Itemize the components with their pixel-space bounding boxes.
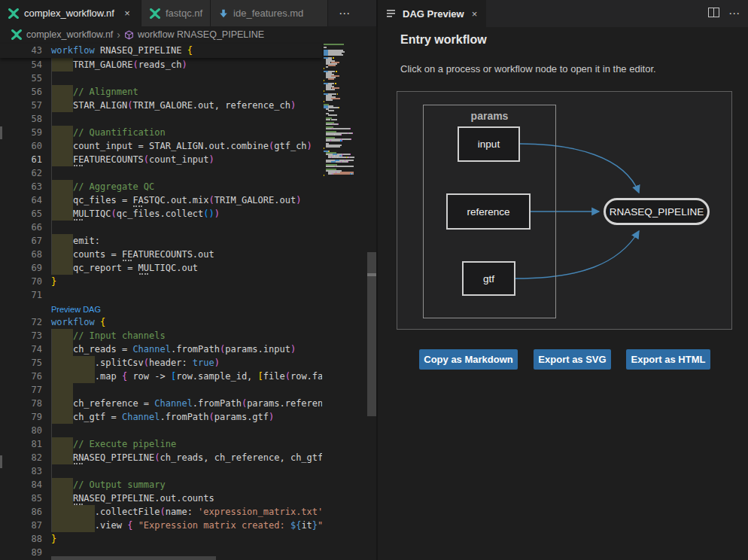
code-line[interactable]: 59 // Quantification xyxy=(0,126,322,139)
code-line[interactable]: 69 qc_report = MULTIQC.out xyxy=(0,261,322,275)
code-line[interactable]: 88} xyxy=(0,532,322,546)
code-line[interactable]: 73 // Input channels xyxy=(0,329,322,342)
code-line[interactable]: 75 .splitCsv(header: true) xyxy=(0,356,322,370)
code-line[interactable]: 71 xyxy=(0,288,322,302)
code-line[interactable]: 55 xyxy=(0,72,322,85)
dag-node-gtf[interactable]: gtf xyxy=(462,261,515,296)
export-as-svg-button[interactable]: Export as SVG xyxy=(534,349,611,370)
code-line[interactable]: 83 xyxy=(0,464,322,478)
code-text: TRIM_GALORE(reads_ch) xyxy=(51,58,187,72)
code-line[interactable]: 43workflow RNASEQ_PIPELINE { xyxy=(0,44,193,57)
code-token: ( xyxy=(209,195,214,205)
code-token: ) xyxy=(214,208,220,219)
code-lines[interactable]: 54 TRIM_GALORE(reads_ch)5556 // Alignmen… xyxy=(0,58,322,559)
code-token-hinted: MULTIQC xyxy=(138,261,177,275)
dag-node-reference[interactable]: reference xyxy=(446,193,531,230)
code-line[interactable]: 72workflow { xyxy=(0,315,322,329)
code-line[interactable]: 86 .collectFile(name: 'expression_matrix… xyxy=(0,505,322,519)
code-text: workflow RNASEQ_PIPELINE { xyxy=(51,44,193,57)
code-line[interactable]: 79 ch_gtf = Channel.fromPath(params.gtf) xyxy=(0,410,322,424)
line-number: 69 xyxy=(0,261,42,275)
code-text: qc_files = FASTQC.out.mix(TRIM_GALORE.ou… xyxy=(51,193,301,207)
codelens-preview-dag[interactable]: Preview DAG xyxy=(51,303,101,316)
minimap[interactable] xyxy=(324,44,366,224)
code-token: "Expression matrix created: xyxy=(138,520,290,531)
code-line[interactable]: 80 xyxy=(0,424,322,437)
code-token: " xyxy=(318,520,322,531)
line-number: 80 xyxy=(0,424,42,437)
sticky-scroll-line[interactable]: 43workflow RNASEQ_PIPELINE { xyxy=(0,44,322,58)
code-line[interactable]: Preview DAG xyxy=(0,302,322,315)
code-line[interactable]: 76 .map { row -> [row.sample_id, [file(r… xyxy=(0,370,322,383)
code-line[interactable]: 63 // Aggregate QC xyxy=(0,180,322,193)
code-line[interactable]: 66 xyxy=(0,221,322,234)
code-line[interactable]: 61 FEATURECOUNTS(count_input) xyxy=(0,153,322,166)
code-token: .fromPath xyxy=(160,412,209,422)
app-window: complex_workflow.nf×fastqc.nfide_feature… xyxy=(0,0,748,560)
code-line[interactable]: 67 emit: xyxy=(0,234,322,248)
code-line[interactable]: 54 TRIM_GALORE(reads_ch) xyxy=(0,58,322,72)
dag-node-rnaseq_pipeline[interactable]: RNASEQ_PIPELINE xyxy=(604,198,710,225)
indent-guide xyxy=(51,72,52,85)
line-number: 43 xyxy=(0,44,42,57)
dag-node-input[interactable]: input xyxy=(458,126,520,162)
breadcrumb-symbol[interactable]: workflow RNASEQ_PIPELINE xyxy=(138,29,264,40)
code-token: .fromPath xyxy=(171,344,220,355)
breadcrumb-file[interactable]: complex_workflow.nf xyxy=(26,29,113,40)
code-line[interactable]: 70} xyxy=(0,275,322,288)
code-line[interactable]: 64 qc_files = FASTQC.out.mix(TRIM_GALORE… xyxy=(0,193,322,207)
code-token: // Execute pipeline xyxy=(73,439,176,449)
code-editor[interactable]: 43workflow RNASEQ_PIPELINE { 54 TRIM_GAL… xyxy=(0,43,376,560)
code-line[interactable]: 58 xyxy=(0,112,322,126)
code-line[interactable]: 84 // Output summary xyxy=(0,478,322,492)
vertical-scrollbar[interactable] xyxy=(367,252,376,416)
close-icon[interactable]: × xyxy=(472,8,478,20)
code-line[interactable]: 68 counts = FEATURECOUNTS.out xyxy=(0,248,322,261)
tab-fastqc-nf[interactable]: fastqc.nf xyxy=(141,0,211,26)
code-token: 'expression_matrix.txt' xyxy=(198,507,322,517)
horizontal-scrollbar[interactable] xyxy=(51,556,216,560)
code-token: { xyxy=(187,45,193,56)
code-text: // Output summary xyxy=(51,478,166,492)
code-token xyxy=(132,520,138,531)
code-token: workflow xyxy=(51,45,95,56)
code-text: .view { "Expression matrix created: ${it… xyxy=(51,519,322,532)
code-line[interactable]: 74 ch_reads = Channel.fromPath(params.in… xyxy=(0,342,322,356)
code-token: qc_files = xyxy=(73,195,132,205)
code-token: name: xyxy=(166,507,198,517)
tab-complex_workflow-nf[interactable]: complex_workflow.nf× xyxy=(0,0,141,26)
line-number: 85 xyxy=(0,492,42,505)
tab-dag-preview[interactable]: DAG Preview × xyxy=(378,0,486,27)
code-line[interactable]: 85 RNASEQ_PIPELINE.out.counts xyxy=(0,492,322,505)
code-token: } xyxy=(51,276,56,287)
line-number: 76 xyxy=(0,370,42,383)
code-line[interactable]: 77 xyxy=(0,383,322,397)
line-number: 77 xyxy=(0,383,42,397)
code-line[interactable]: 87 .view { "Expression matrix created: $… xyxy=(0,519,322,532)
code-line[interactable]: 62 xyxy=(0,166,322,180)
code-line[interactable]: 65 MULTIQC(qc_files.collect()) xyxy=(0,207,322,221)
tab-ide_features-md[interactable]: ide_features.md xyxy=(211,0,328,26)
tab-overflow-icon[interactable]: ⋯ xyxy=(328,0,361,26)
params-cluster-label: params xyxy=(424,110,555,122)
code-text: } xyxy=(51,532,56,546)
code-token: count_input = STAR_ALIGN.out.combine xyxy=(73,141,269,151)
line-number: 55 xyxy=(0,72,42,85)
export-as-html-button[interactable]: Export as HTML xyxy=(626,349,710,370)
more-actions-icon[interactable]: ⋯ xyxy=(728,7,740,20)
code-text: // Execute pipeline xyxy=(51,437,176,451)
code-line[interactable]: 78 ch_reference = Channel.fromPath(param… xyxy=(0,397,322,410)
close-icon[interactable]: × xyxy=(121,8,133,19)
copy-as-markdown-button[interactable]: Copy as Markdown xyxy=(419,349,518,370)
line-number: 71 xyxy=(0,288,42,302)
split-editor-icon[interactable] xyxy=(708,7,719,20)
code-line[interactable]: 56 // Alignment xyxy=(0,85,322,99)
code-text: // Alignment xyxy=(51,85,138,99)
breadcrumb[interactable]: complex_workflow.nf › workflow RNASEQ_PI… xyxy=(0,26,376,43)
code-line[interactable]: 82 RNASEQ_PIPELINE(ch_reads, ch_referenc… xyxy=(0,451,322,464)
code-token: { xyxy=(100,317,105,327)
code-line[interactable]: 57 STAR_ALIGN(TRIM_GALORE.out, reference… xyxy=(0,99,322,112)
line-number: 66 xyxy=(0,221,42,234)
code-line[interactable]: 60 count_input = STAR_ALIGN.out.combine(… xyxy=(0,139,322,153)
code-line[interactable]: 81 // Execute pipeline xyxy=(0,437,322,451)
